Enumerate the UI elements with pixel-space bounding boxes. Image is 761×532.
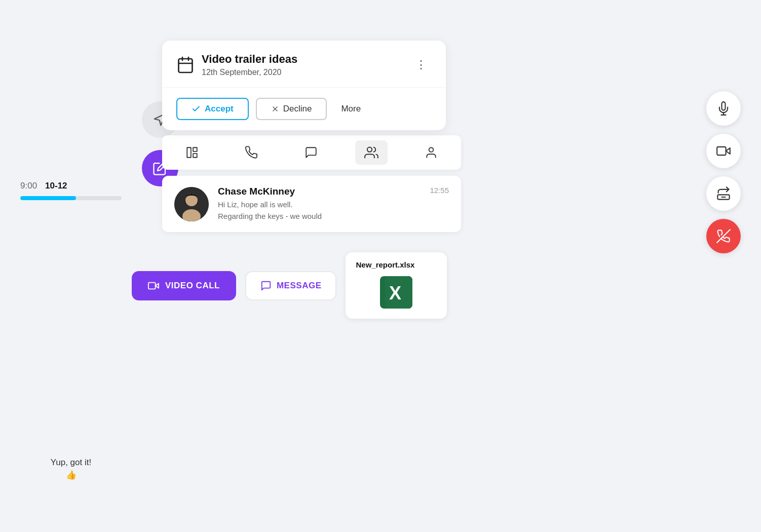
app-layout: Video trailer ideas 12th September, 2020… — [0, 0, 761, 532]
share-screen-icon — [716, 186, 731, 201]
event-date: 12th September, 2020 — [202, 68, 297, 77]
share-screen-button[interactable] — [706, 176, 741, 211]
tab-layout[interactable] — [176, 141, 208, 164]
card-title-text: Video trailer ideas 12th September, 2020 — [202, 53, 297, 77]
chat-card[interactable]: Chase McKinney Hi Liz, hope all is well.… — [162, 176, 461, 232]
bottom-row: VIDEO CALL MESSAGE New_report.xlsx X — [132, 252, 447, 319]
tab-chat[interactable] — [295, 141, 327, 164]
chat-preview-line2: Regarding the keys - we would — [218, 211, 421, 222]
profile-icon — [425, 146, 438, 159]
tab-people[interactable] — [355, 140, 388, 165]
chat-info: Chase McKinney Hi Liz, hope all is well.… — [218, 186, 421, 222]
end-call-icon — [716, 229, 731, 243]
video-call-label: VIDEO CALL — [165, 281, 220, 291]
event-title: Video trailer ideas — [202, 53, 297, 66]
video-call-button[interactable]: VIDEO CALL — [132, 271, 236, 300]
progress-bar — [20, 196, 122, 200]
layout-icon — [185, 146, 199, 159]
more-button[interactable]: More — [334, 99, 368, 119]
people-icon — [364, 145, 378, 160]
main-content: Video trailer ideas 12th September, 2020… — [132, 41, 461, 319]
message-icon — [260, 280, 272, 291]
chat-icon — [305, 146, 318, 159]
card-title-area: Video trailer ideas 12th September, 2020 — [176, 53, 297, 77]
card-actions: Accept Decline More — [162, 88, 446, 130]
tab-profile[interactable] — [415, 141, 447, 164]
calendar-icon — [176, 56, 195, 74]
video-trailer-card: Video trailer ideas 12th September, 2020… — [162, 41, 446, 130]
svg-rect-9 — [193, 154, 197, 158]
avatar-image — [174, 187, 209, 221]
bubble-emoji: 👍 — [66, 470, 77, 480]
message-label: MESSAGE — [277, 281, 322, 291]
tab-phone[interactable] — [236, 141, 267, 164]
bubble-text: Yup, got it! — [51, 458, 91, 468]
end-call-button[interactable] — [706, 219, 741, 253]
chat-time: 12:55 — [430, 186, 449, 195]
progress-fill — [20, 196, 76, 200]
mic-icon — [716, 101, 731, 116]
message-button[interactable]: MESSAGE — [245, 271, 337, 300]
x-icon — [271, 105, 279, 113]
svg-marker-16 — [156, 283, 159, 288]
svg-rect-17 — [148, 282, 156, 289]
camera-icon — [716, 144, 731, 158]
svg-rect-7 — [187, 147, 191, 158]
mic-button[interactable] — [706, 91, 741, 126]
file-card[interactable]: New_report.xlsx X — [346, 252, 447, 319]
svg-rect-24 — [717, 147, 726, 155]
avatar — [174, 187, 209, 221]
chat-preview: Hi Liz, hope all is well. Regarding the … — [218, 199, 421, 222]
excel-icon-area: X — [356, 274, 437, 311]
file-name: New_report.xlsx — [356, 260, 414, 269]
svg-marker-23 — [726, 148, 730, 154]
time-range: 10-12 — [45, 181, 67, 191]
phone-icon — [245, 146, 258, 159]
svg-point-11 — [429, 147, 434, 152]
svg-point-10 — [367, 147, 371, 152]
time-section: 9:00 10-12 Yup, got it! 👍 — [20, 181, 122, 232]
chat-section: 9:00 10-12 Yup, got it! 👍 — [132, 176, 431, 232]
time-start: 9:00 — [20, 181, 37, 191]
call-controls — [706, 91, 741, 253]
time-labels: 9:00 10-12 — [20, 181, 122, 191]
tab-row — [162, 135, 461, 170]
svg-rect-8 — [193, 147, 197, 151]
check-icon — [192, 104, 201, 113]
camera-button[interactable] — [706, 134, 741, 168]
chat-name: Chase McKinney — [218, 186, 421, 197]
accept-button[interactable]: Accept — [176, 98, 249, 120]
excel-icon: X — [376, 274, 416, 311]
chat-preview-line1: Hi Liz, hope all is well. — [218, 199, 421, 211]
decline-button[interactable]: Decline — [256, 98, 327, 120]
video-call-icon — [148, 280, 159, 291]
svg-rect-1 — [179, 59, 193, 72]
kebab-menu[interactable]: ⋮ — [411, 56, 432, 73]
message-bubble: Yup, got it! 👍 — [20, 458, 122, 480]
card-header: Video trailer ideas 12th September, 2020… — [162, 41, 446, 88]
svg-text:X: X — [389, 283, 401, 303]
